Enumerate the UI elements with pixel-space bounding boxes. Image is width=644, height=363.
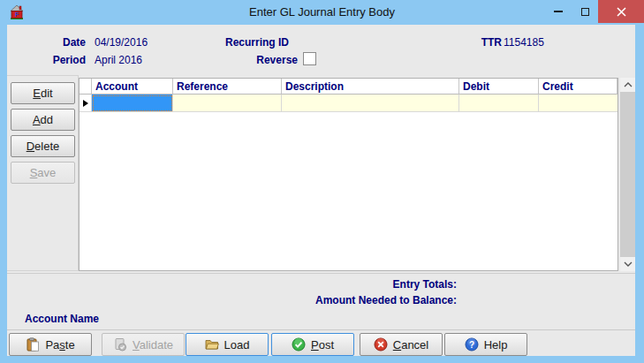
period-label: Period bbox=[7, 54, 86, 66]
grid-row bbox=[80, 95, 617, 112]
column-header-account[interactable]: Account bbox=[92, 79, 173, 95]
date-label: Date bbox=[7, 36, 86, 49]
journal-entry-grid: Account Reference Description Debit Cred… bbox=[79, 78, 618, 271]
row-selector-cell[interactable] bbox=[80, 95, 92, 112]
period-value: April 2016 bbox=[95, 54, 142, 66]
cancel-button[interactable]: Cancel bbox=[360, 333, 443, 356]
cancel-icon bbox=[374, 337, 388, 352]
entry-totals-label: Entry Totals: bbox=[393, 278, 457, 291]
scrollbar-thumb[interactable] bbox=[620, 92, 635, 257]
grid-header-row: Account Reference Description Debit Cred… bbox=[80, 79, 617, 95]
cell-debit[interactable] bbox=[459, 95, 539, 112]
column-header-credit[interactable]: Credit bbox=[539, 79, 617, 95]
load-folder-icon bbox=[205, 337, 219, 352]
add-button[interactable]: Add bbox=[11, 109, 75, 131]
ttr-value: 1154185 bbox=[504, 36, 544, 49]
help-button[interactable]: ? Help bbox=[444, 333, 527, 356]
validate-button-label: Validate bbox=[133, 338, 173, 352]
load-button-label: Load bbox=[224, 338, 250, 352]
cell-credit[interactable] bbox=[539, 95, 617, 112]
account-name-label: Account Name bbox=[25, 313, 99, 325]
paste-button-label: Paste bbox=[45, 338, 74, 352]
bottom-toolbar: Paste Validate Load bbox=[7, 329, 635, 356]
help-icon: ? bbox=[465, 337, 479, 352]
ttr-label: TTR bbox=[437, 36, 502, 49]
paste-button[interactable]: Paste bbox=[9, 333, 92, 356]
cell-account[interactable] bbox=[92, 95, 173, 112]
row-selector-header bbox=[80, 79, 92, 95]
validate-button[interactable]: Validate bbox=[102, 333, 185, 356]
column-header-debit[interactable]: Debit bbox=[459, 79, 539, 95]
edit-button[interactable]: Edit bbox=[11, 82, 75, 104]
minimize-button[interactable] bbox=[545, 0, 572, 23]
load-button[interactable]: Load bbox=[186, 333, 269, 356]
post-button-label: Post bbox=[311, 338, 334, 352]
cell-reference[interactable] bbox=[173, 95, 282, 112]
dialog-content: Date 04/19/2016 Period April 2016 Recurr… bbox=[7, 25, 635, 356]
post-button[interactable]: Post bbox=[271, 333, 354, 356]
scroll-up-button[interactable] bbox=[620, 78, 635, 92]
amount-needed-to-balance-label: Amount Needed to Balance: bbox=[315, 294, 457, 306]
totals-section: Entry Totals: Amount Needed to Balance: … bbox=[7, 273, 635, 329]
maximize-icon bbox=[581, 8, 589, 16]
column-header-reference[interactable]: Reference bbox=[173, 79, 282, 95]
delete-button[interactable]: Delete bbox=[11, 135, 75, 157]
validate-icon bbox=[113, 337, 127, 352]
chevron-up-icon bbox=[624, 82, 633, 87]
current-row-marker-icon bbox=[83, 100, 88, 107]
window-controls bbox=[545, 0, 644, 23]
close-icon bbox=[617, 7, 626, 17]
maximize-button[interactable] bbox=[572, 0, 598, 23]
cancel-button-label: Cancel bbox=[393, 338, 428, 352]
grid-vertical-scrollbar[interactable] bbox=[620, 78, 635, 271]
reverse-checkbox[interactable] bbox=[303, 52, 316, 65]
reverse-label: Reverse bbox=[140, 54, 298, 66]
column-header-description[interactable]: Description bbox=[282, 79, 459, 95]
close-button[interactable] bbox=[598, 0, 644, 23]
post-check-icon bbox=[292, 337, 306, 352]
side-button-panel: Edit Add Delete Save bbox=[7, 75, 79, 271]
svg-text:?: ? bbox=[469, 340, 474, 350]
chevron-down-icon bbox=[624, 261, 633, 267]
scroll-down-button[interactable] bbox=[620, 257, 635, 271]
save-button[interactable]: Save bbox=[11, 162, 75, 184]
gl-journal-entry-dialog: F Enter GL Journal Entry Body Date 04/19… bbox=[0, 0, 644, 363]
recurring-id-label: Recurring ID bbox=[140, 36, 289, 49]
cell-description[interactable] bbox=[282, 95, 459, 112]
titlebar[interactable]: F Enter GL Journal Entry Body bbox=[0, 0, 644, 25]
help-button-label: Help bbox=[484, 338, 508, 352]
minimize-icon bbox=[554, 11, 563, 12]
paste-icon bbox=[26, 337, 40, 352]
